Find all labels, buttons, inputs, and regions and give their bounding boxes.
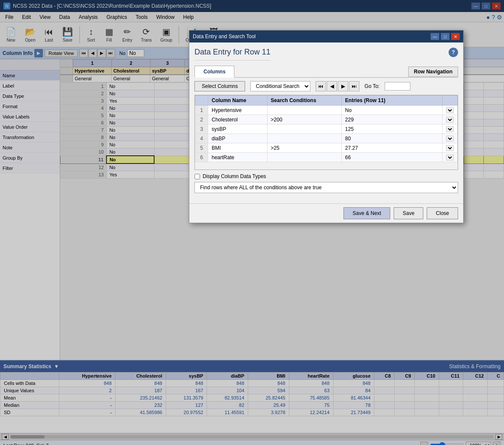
row-nav-first[interactable]: ⏮ (316, 81, 326, 91)
filter-conditions-dropdown[interactable]: Find rows where ALL of the conditions ab… (194, 182, 458, 193)
entry-dropdown[interactable]: ▼ (446, 126, 454, 132)
entry-input[interactable] (345, 145, 439, 151)
entry-column-name: BMI (208, 143, 267, 153)
entry-value[interactable] (341, 134, 442, 143)
entry-table-row: 6heartRate▼ (195, 153, 458, 162)
entry-table-container[interactable]: Column Name Search Conditions Entries (R… (194, 95, 458, 170)
entry-value[interactable] (341, 106, 442, 115)
entry-row-number: 4 (195, 134, 208, 143)
controls-row: Select Columns Conditional Search No Con… (194, 81, 458, 91)
entry-input[interactable] (345, 154, 439, 160)
checkbox-row: Display Column Data Types (194, 173, 458, 179)
entry-value[interactable] (341, 124, 442, 134)
entry-table-row: 5BMI>25▼ (195, 143, 458, 153)
entry-row-number: 2 (195, 115, 208, 124)
tab-columns[interactable]: Columns (194, 66, 234, 78)
row-nav-label: Row Navigation (408, 67, 458, 77)
entry-row-number: 3 (195, 124, 208, 134)
close-button[interactable]: Close (427, 207, 458, 219)
entry-col-num-header (195, 96, 208, 106)
modal-controls: — □ ✕ (431, 33, 460, 40)
display-col-types-checkbox[interactable] (194, 174, 200, 179)
entry-column-name: Hypertensive (208, 106, 267, 115)
entry-column-name: Cholesterol (208, 115, 267, 124)
entry-dropdown[interactable]: ▼ (446, 117, 454, 123)
modal-body: Data Entry for Row 11 ? Columns Row Navi… (189, 42, 463, 203)
modal-close-button[interactable]: ✕ (451, 33, 460, 40)
data-entry-modal: Data Entry and Search Tool — □ ✕ Data En… (189, 30, 464, 223)
save-next-button[interactable]: Save & Next (343, 207, 390, 219)
entry-row-number: 6 (195, 153, 208, 162)
row-nav-arrows: ⏮ ◀ ▶ ⏭ (316, 81, 359, 91)
modal-footer: Save & Next Save Close (189, 203, 463, 223)
entry-dropdown-cell[interactable]: ▼ (443, 115, 458, 124)
entry-dropdown-cell[interactable]: ▼ (443, 124, 458, 134)
modal-title-text: Data Entry and Search Tool (193, 33, 256, 39)
entry-dropdown-cell[interactable]: ▼ (443, 143, 458, 153)
entry-search-condition (267, 124, 341, 134)
entry-input[interactable] (345, 136, 439, 142)
entry-search-condition: >25 (267, 143, 341, 153)
entry-col-entry-header: Entries (Row 11) (341, 96, 442, 106)
modal-minimize-button[interactable]: — (431, 33, 439, 40)
entry-col-scroll-header (443, 96, 458, 106)
row-nav-last[interactable]: ⏭ (349, 81, 359, 91)
save-button[interactable]: Save (394, 207, 423, 219)
entry-column-name: sysBP (208, 124, 267, 134)
entry-input[interactable] (345, 107, 439, 113)
entry-value[interactable] (341, 153, 442, 162)
modal-title-bar: Data Entry and Search Tool — □ ✕ (189, 30, 463, 42)
modal-main-title: Data Entry for Row 11 (194, 48, 270, 61)
select-columns-button[interactable]: Select Columns (194, 81, 245, 91)
modal-tabs-row: Columns Row Navigation (194, 66, 458, 78)
entry-row-number: 5 (195, 143, 208, 153)
entry-dropdown[interactable]: ▼ (446, 136, 454, 142)
entry-dropdown[interactable]: ▼ (446, 145, 454, 151)
goto-input[interactable] (385, 82, 410, 91)
entry-search-condition (267, 153, 341, 162)
entry-column-name: diaBP (208, 134, 267, 143)
entry-input[interactable] (345, 126, 439, 132)
modal-overlay: Data Entry and Search Tool — □ ✕ Data En… (0, 0, 504, 445)
entry-table-row: 2Cholesterol>200▼ (195, 115, 458, 124)
entry-dropdown[interactable]: ▼ (446, 154, 454, 160)
entry-value[interactable] (341, 143, 442, 153)
goto-label: Go To: (364, 83, 380, 89)
entry-table-row: 1Hypertensive▼ (195, 106, 458, 115)
entry-col-name-header: Column Name (208, 96, 267, 106)
entry-dropdown-cell[interactable]: ▼ (443, 134, 458, 143)
entry-search-condition: >200 (267, 115, 341, 124)
entry-table-row: 3sysBP▼ (195, 124, 458, 134)
entry-input[interactable] (345, 117, 439, 123)
row-nav-prev[interactable]: ◀ (327, 81, 337, 91)
entry-value[interactable] (341, 115, 442, 124)
modal-help-button[interactable]: ? (449, 48, 458, 57)
filter-dropdown-row: Find rows where ALL of the conditions ab… (194, 182, 458, 193)
conditional-search-dropdown[interactable]: Conditional Search No Conditions (250, 81, 310, 91)
entry-table-row: 4diaBP▼ (195, 134, 458, 143)
display-col-types-label: Display Column Data Types (203, 173, 266, 179)
entry-dropdown[interactable]: ▼ (446, 107, 454, 113)
entry-search-condition (267, 106, 341, 115)
modal-main-header: Data Entry for Row 11 ? (194, 48, 458, 66)
entry-search-condition (267, 134, 341, 143)
entry-dropdown-cell[interactable]: ▼ (443, 106, 458, 115)
entry-dropdown-cell[interactable]: ▼ (443, 153, 458, 162)
entry-column-name: heartRate (208, 153, 267, 162)
entry-row-number: 1 (195, 106, 208, 115)
modal-restore-button[interactable]: □ (441, 33, 449, 40)
entry-table: Column Name Search Conditions Entries (R… (195, 95, 458, 162)
entry-col-cond-header: Search Conditions (267, 96, 341, 106)
entry-table-header-row: Column Name Search Conditions Entries (R… (195, 96, 458, 106)
row-nav-next[interactable]: ▶ (338, 81, 348, 91)
